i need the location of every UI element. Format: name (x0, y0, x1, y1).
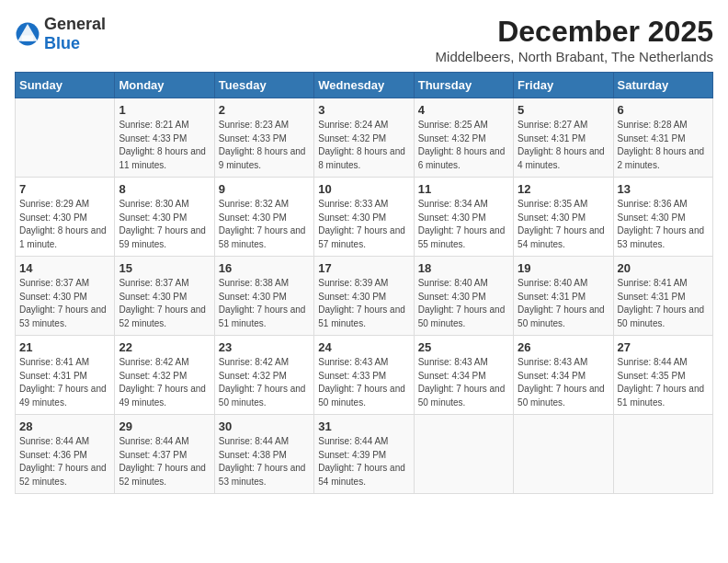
cell-4-1: 29Sunrise: 8:44 AMSunset: 4:37 PMDayligh… (115, 415, 214, 494)
title-block: December 2025 Middelbeers, North Brabant… (436, 15, 713, 64)
cell-2-0: 14Sunrise: 8:37 AMSunset: 4:30 PMDayligh… (16, 257, 115, 336)
cell-date: 25 (418, 340, 509, 354)
cell-info: Sunrise: 8:44 AMSunset: 4:37 PMDaylight:… (119, 436, 206, 487)
header-day-sunday: Sunday (16, 73, 115, 98)
header-day-friday: Friday (514, 73, 613, 98)
logo-blue: Blue (44, 34, 80, 52)
cell-1-2: 9Sunrise: 8:32 AMSunset: 4:30 PMDaylight… (214, 178, 313, 257)
cell-0-6: 6Sunrise: 8:28 AMSunset: 4:31 PMDaylight… (613, 98, 712, 178)
cell-info: Sunrise: 8:29 AMSunset: 4:30 PMDaylight:… (19, 199, 107, 249)
cell-date: 17 (318, 261, 409, 275)
cell-info: Sunrise: 8:44 AMSunset: 4:38 PMDaylight:… (219, 436, 306, 487)
cell-date: 8 (119, 182, 210, 196)
cell-info: Sunrise: 8:30 AMSunset: 4:30 PMDaylight:… (119, 199, 206, 249)
cell-4-6 (613, 415, 712, 494)
cell-0-5: 5Sunrise: 8:27 AMSunset: 4:31 PMDaylight… (514, 98, 613, 178)
cell-info: Sunrise: 8:44 AMSunset: 4:35 PMDaylight:… (618, 357, 705, 408)
header: General Blue December 2025 Middelbeers, … (15, 15, 713, 64)
cell-info: Sunrise: 8:43 AMSunset: 4:33 PMDaylight:… (318, 357, 405, 408)
cell-4-4 (414, 415, 513, 494)
cell-1-3: 10Sunrise: 8:33 AMSunset: 4:30 PMDayligh… (314, 178, 414, 257)
header-day-saturday: Saturday (613, 73, 712, 98)
cell-info: Sunrise: 8:25 AMSunset: 4:32 PMDaylight:… (418, 120, 506, 170)
cell-info: Sunrise: 8:38 AMSunset: 4:30 PMDaylight:… (219, 278, 306, 328)
cell-info: Sunrise: 8:32 AMSunset: 4:30 PMDaylight:… (219, 199, 306, 249)
cell-date: 3 (318, 103, 409, 117)
cell-date: 13 (618, 182, 709, 196)
cell-date: 12 (518, 182, 609, 196)
cell-info: Sunrise: 8:39 AMSunset: 4:30 PMDaylight:… (318, 278, 405, 328)
cell-info: Sunrise: 8:37 AMSunset: 4:30 PMDaylight:… (119, 278, 206, 328)
header-day-tuesday: Tuesday (214, 73, 313, 98)
calendar-table: SundayMondayTuesdayWednesdayThursdayFrid… (15, 72, 713, 494)
logo-icon (15, 21, 40, 47)
cell-date: 1 (119, 103, 210, 117)
cell-info: Sunrise: 8:40 AMSunset: 4:31 PMDaylight:… (518, 278, 605, 328)
cell-4-5 (514, 415, 613, 494)
cell-2-6: 20Sunrise: 8:41 AMSunset: 4:31 PMDayligh… (613, 257, 712, 336)
cell-0-4: 4Sunrise: 8:25 AMSunset: 4:32 PMDaylight… (414, 98, 513, 178)
cell-info: Sunrise: 8:28 AMSunset: 4:31 PMDaylight:… (618, 120, 705, 170)
cell-date: 6 (618, 103, 709, 117)
cell-date: 15 (119, 261, 210, 275)
header-day-monday: Monday (115, 73, 214, 98)
logo-general: General (44, 15, 106, 33)
cell-date: 29 (119, 419, 210, 433)
cell-date: 21 (19, 340, 110, 354)
cell-info: Sunrise: 8:42 AMSunset: 4:32 PMDaylight:… (219, 357, 306, 408)
cell-3-2: 23Sunrise: 8:42 AMSunset: 4:32 PMDayligh… (214, 336, 313, 415)
cell-date: 24 (318, 340, 409, 354)
cell-3-4: 25Sunrise: 8:43 AMSunset: 4:34 PMDayligh… (414, 336, 513, 415)
cell-1-1: 8Sunrise: 8:30 AMSunset: 4:30 PMDaylight… (115, 178, 214, 257)
cell-3-5: 26Sunrise: 8:43 AMSunset: 4:34 PMDayligh… (514, 336, 613, 415)
logo: General Blue (15, 15, 106, 53)
cell-info: Sunrise: 8:41 AMSunset: 4:31 PMDaylight:… (19, 357, 107, 408)
subtitle: Middelbeers, North Brabant, The Netherla… (436, 49, 713, 64)
cell-info: Sunrise: 8:40 AMSunset: 4:30 PMDaylight:… (418, 278, 506, 328)
cell-info: Sunrise: 8:23 AMSunset: 4:33 PMDaylight:… (219, 120, 306, 170)
cell-4-3: 31Sunrise: 8:44 AMSunset: 4:39 PMDayligh… (314, 415, 414, 494)
cell-date: 22 (119, 340, 210, 354)
cell-date: 28 (19, 419, 110, 433)
cell-1-6: 13Sunrise: 8:36 AMSunset: 4:30 PMDayligh… (613, 178, 712, 257)
cell-info: Sunrise: 8:35 AMSunset: 4:30 PMDaylight:… (518, 199, 605, 249)
svg-rect-2 (22, 36, 33, 41)
cell-0-3: 3Sunrise: 8:24 AMSunset: 4:32 PMDaylight… (314, 98, 414, 178)
cell-date: 11 (418, 182, 509, 196)
cell-info: Sunrise: 8:34 AMSunset: 4:30 PMDaylight:… (418, 199, 506, 249)
cell-info: Sunrise: 8:37 AMSunset: 4:30 PMDaylight:… (19, 278, 107, 328)
cell-date: 19 (518, 261, 609, 275)
cell-2-5: 19Sunrise: 8:40 AMSunset: 4:31 PMDayligh… (514, 257, 613, 336)
cell-info: Sunrise: 8:33 AMSunset: 4:30 PMDaylight:… (318, 199, 405, 249)
cell-info: Sunrise: 8:36 AMSunset: 4:30 PMDaylight:… (618, 199, 705, 249)
cell-date: 4 (418, 103, 509, 117)
cell-4-0: 28Sunrise: 8:44 AMSunset: 4:36 PMDayligh… (16, 415, 115, 494)
week-row-1: 7Sunrise: 8:29 AMSunset: 4:30 PMDaylight… (16, 178, 713, 257)
week-row-2: 14Sunrise: 8:37 AMSunset: 4:30 PMDayligh… (16, 257, 713, 336)
cell-0-1: 1Sunrise: 8:21 AMSunset: 4:33 PMDaylight… (115, 98, 214, 178)
cell-info: Sunrise: 8:43 AMSunset: 4:34 PMDaylight:… (418, 357, 506, 408)
cell-info: Sunrise: 8:21 AMSunset: 4:33 PMDaylight:… (119, 120, 206, 170)
cell-info: Sunrise: 8:44 AMSunset: 4:36 PMDaylight:… (19, 436, 107, 487)
cell-info: Sunrise: 8:42 AMSunset: 4:32 PMDaylight:… (119, 357, 206, 408)
cell-date: 16 (219, 261, 310, 275)
week-row-3: 21Sunrise: 8:41 AMSunset: 4:31 PMDayligh… (16, 336, 713, 415)
cell-3-0: 21Sunrise: 8:41 AMSunset: 4:31 PMDayligh… (16, 336, 115, 415)
main-title: December 2025 (436, 15, 713, 49)
cell-2-4: 18Sunrise: 8:40 AMSunset: 4:30 PMDayligh… (414, 257, 513, 336)
cell-date: 2 (219, 103, 310, 117)
week-row-4: 28Sunrise: 8:44 AMSunset: 4:36 PMDayligh… (16, 415, 713, 494)
header-day-wednesday: Wednesday (314, 73, 414, 98)
header-day-thursday: Thursday (414, 73, 513, 98)
cell-date: 23 (219, 340, 310, 354)
cell-date: 9 (219, 182, 310, 196)
cell-3-1: 22Sunrise: 8:42 AMSunset: 4:32 PMDayligh… (115, 336, 214, 415)
cell-date: 14 (19, 261, 110, 275)
cell-0-2: 2Sunrise: 8:23 AMSunset: 4:33 PMDaylight… (214, 98, 313, 178)
cell-2-2: 16Sunrise: 8:38 AMSunset: 4:30 PMDayligh… (214, 257, 313, 336)
cell-date: 5 (518, 103, 609, 117)
calendar-header-row: SundayMondayTuesdayWednesdayThursdayFrid… (16, 73, 713, 98)
cell-date: 10 (318, 182, 409, 196)
logo-text: General Blue (44, 15, 106, 53)
cell-info: Sunrise: 8:41 AMSunset: 4:31 PMDaylight:… (618, 278, 705, 328)
